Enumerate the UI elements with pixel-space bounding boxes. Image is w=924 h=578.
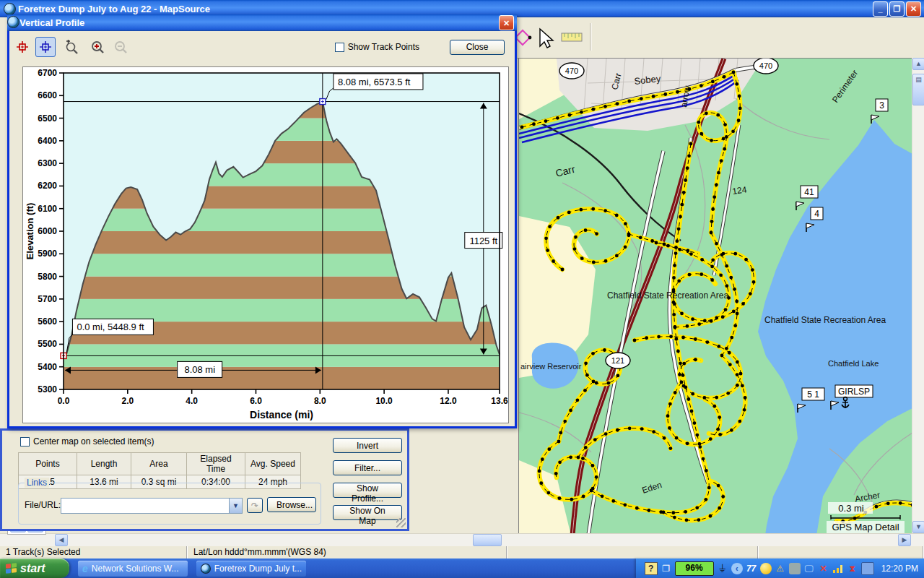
svg-text:6100: 6100 — [38, 204, 57, 214]
network-activity-icon[interactable]: 🖵 — [803, 563, 815, 574]
close-button[interactable]: ✕ — [906, 1, 921, 17]
close-dialog-button[interactable]: Close — [450, 40, 505, 55]
svg-text:5 1: 5 1 — [807, 389, 819, 400]
dialog-close-icon[interactable]: ✕ — [499, 15, 514, 30]
help-tray-icon[interactable]: ? — [645, 562, 658, 575]
start-button[interactable]: start — [0, 558, 69, 578]
show-on-map-button[interactable]: Show On Map — [333, 505, 402, 520]
pan-point-tool-icon[interactable] — [35, 37, 56, 57]
file-url-combo[interactable]: ▼ — [61, 498, 243, 514]
scroll-up-button[interactable]: ▲ — [912, 58, 924, 70]
hscroll-thumb[interactable] — [473, 534, 502, 546]
svg-text:6500: 6500 — [38, 113, 57, 124]
status-panel-4 — [759, 546, 924, 558]
scroll-down-button[interactable]: ▼ — [912, 521, 924, 533]
svg-text:2.0: 2.0 — [121, 396, 134, 406]
map-detail-label: GPS Map Detail — [832, 522, 899, 532]
zoom-in-icon[interactable] — [87, 37, 108, 57]
svg-text:1125 ft: 1125 ft — [469, 236, 497, 246]
invert-button[interactable]: Invert — [333, 438, 402, 453]
svg-text:12.0: 12.0 — [440, 396, 457, 406]
center-map-checkbox[interactable] — [20, 437, 30, 447]
status-panel-3 — [507, 546, 759, 558]
restore-button[interactable]: ❐ — [889, 1, 905, 17]
svg-text:6700: 6700 — [38, 68, 57, 78]
browse-button[interactable]: Browse... — [267, 497, 316, 512]
warning-tray-icon[interactable]: ⚠ — [775, 563, 786, 574]
svg-text:4: 4 — [814, 209, 819, 219]
filter-button[interactable]: Filter... — [333, 460, 402, 475]
internet-explorer-icon: e — [82, 563, 88, 574]
route-tool-icon — [515, 30, 530, 45]
svg-text:6400: 6400 — [38, 136, 57, 146]
selection-status: 1 Track(s) Selected — [0, 546, 188, 558]
power-plug-icon[interactable]: ⏚ — [717, 563, 728, 574]
zoom-select-tool-icon[interactable] — [61, 37, 82, 57]
svg-text:6.0: 6.0 — [250, 396, 262, 406]
position-format-status: Lat/Lon hddd°mm.mmm'(WGS 84) — [188, 546, 507, 558]
svg-text:Elevation (ft): Elevation (ft) — [25, 203, 35, 260]
horizontal-scrollbar[interactable]: ◀ ▶ — [0, 533, 924, 547]
battery-indicator[interactable]: 96% — [675, 561, 714, 576]
taskbar-button-foretrex[interactable]: Foretrex Dump July t... — [196, 561, 306, 577]
stat-header: Elapsed Time — [187, 453, 245, 475]
select-point-tool-icon[interactable] — [12, 37, 32, 57]
display-tray-icon[interactable]: ❐ — [661, 563, 672, 574]
hourglass-tray-icon[interactable]: ⧗ — [847, 563, 858, 574]
stat-header: Avg. Speed — [245, 453, 301, 475]
svg-text:6300: 6300 — [38, 158, 57, 168]
stat-header: Length — [77, 453, 131, 475]
status-bar: 1 Track(s) Selected Lat/Lon hddd°mm.mmm'… — [0, 546, 924, 558]
svg-text:0.0: 0.0 — [58, 396, 70, 406]
svg-text:5400: 5400 — [38, 362, 57, 372]
map-pane[interactable]: 470470121CarrSobeyarrowCarrPerimeter124C… — [518, 58, 912, 535]
dialog-titlebar[interactable]: Vertical Profile ✕ — [7, 14, 517, 31]
mapsource-app-icon — [4, 3, 16, 15]
clock: 12:20 PM — [877, 564, 918, 574]
main-window-title: Foretrex Dump July to Aug 22 - MapSource — [18, 4, 210, 14]
temperature-indicator[interactable]: 77 — [746, 563, 757, 574]
map-label: airview Reservoir — [520, 362, 582, 371]
network-disconnected-icon[interactable]: ✕ — [818, 563, 829, 574]
elevation-profile-chart[interactable]: 1125 ft8.08 mi8.08 mi, 6573.5 ft0.0 mi, … — [22, 66, 509, 423]
svg-text:8.0: 8.0 — [314, 396, 326, 406]
svg-text:470: 470 — [565, 66, 578, 75]
svg-text:0.0 mi, 5448.9 ft: 0.0 mi, 5448.9 ft — [77, 322, 144, 332]
svg-text:8.08 mi, 6573.5 ft: 8.08 mi, 6573.5 ft — [338, 77, 411, 87]
svg-text:5500: 5500 — [38, 339, 57, 349]
scroll-thumb[interactable]: ▤ — [912, 74, 924, 105]
windows-logo-icon — [6, 563, 17, 574]
svg-text:41: 41 — [804, 187, 814, 197]
svg-text:6600: 6600 — [38, 90, 57, 100]
map-label: Chatfield Lake — [828, 359, 879, 368]
svg-text:5600: 5600 — [38, 316, 57, 327]
smiley-tray-icon[interactable] — [760, 563, 772, 574]
map-vertical-scrollbar[interactable]: ▲ ▤ ▼ — [912, 58, 924, 535]
svg-text:5300: 5300 — [38, 384, 57, 394]
resize-grip[interactable] — [396, 518, 406, 527]
taskbar-button-network-solutions[interactable]: e Network Solutions W... — [78, 561, 188, 577]
open-link-button[interactable]: ↷ — [247, 498, 263, 513]
minimize-button[interactable]: _ — [873, 1, 888, 17]
scroll-left-button[interactable]: ◀ — [55, 534, 68, 546]
links-group: Links File/URL: ▼ ↷ Browse... — [18, 483, 321, 525]
chevron-down-icon[interactable]: ▼ — [229, 499, 242, 513]
svg-text:3: 3 — [879, 100, 884, 111]
svg-text:8.08 mi: 8.08 mi — [184, 364, 215, 375]
file-url-label: File/URL: — [25, 500, 61, 510]
mapsource-icon — [201, 564, 211, 574]
blue-app-tray-icon[interactable] — [861, 562, 874, 575]
dialog-title: Vertical Profile — [19, 17, 84, 28]
taskbar: start e Network Solutions W... Foretrex … — [0, 558, 924, 578]
svg-text:4.0: 4.0 — [186, 396, 198, 406]
desktop: Foretrex Dump July to Aug 22 - MapSource… — [0, 0, 924, 578]
signal-strength-icon[interactable] — [832, 563, 844, 574]
show-track-points-checkbox[interactable] — [335, 43, 344, 52]
svg-text:10.0: 10.0 — [375, 396, 393, 406]
show-profile-button[interactable]: Show Profile... — [333, 483, 402, 498]
hide-icons-chevron[interactable]: ‹ — [731, 563, 743, 574]
gray-app-tray-icon[interactable] — [789, 563, 801, 574]
map-label: Chatfield State Recreation Area — [607, 290, 728, 301]
scroll-right-button[interactable]: ▶ — [898, 534, 911, 546]
zoom-out-icon[interactable] — [110, 37, 131, 57]
